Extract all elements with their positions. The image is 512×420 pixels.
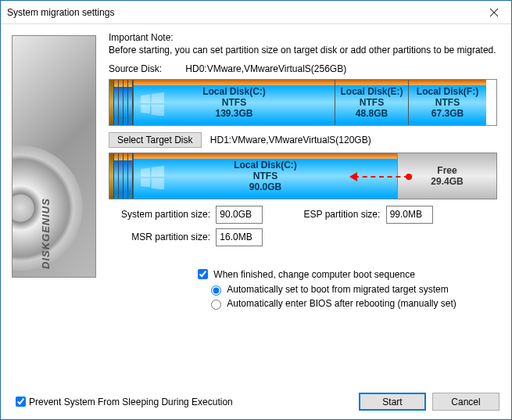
prevent-sleep-checkbox[interactable] — [16, 397, 26, 407]
start-button[interactable]: Start — [359, 393, 426, 411]
cancel-button[interactable]: Cancel — [432, 393, 499, 411]
system-partition-size-input[interactable] — [216, 206, 263, 224]
target-disk-bar[interactable]: Local Disk(C:)NTFS90.0GBFree29.4GB — [109, 153, 497, 199]
footer: Prevent System From Sleeping During Exec… — [0, 386, 512, 420]
window-title: System migration settings — [7, 7, 476, 18]
close-icon — [490, 9, 498, 16]
windows-icon — [138, 166, 166, 189]
target-disk-desc: HD1:VMware,VMwareVirtualS(120GB) — [210, 135, 371, 145]
boot-manual-radio[interactable] — [211, 300, 221, 310]
resize-arrow-icon[interactable] — [354, 174, 409, 180]
boot-manual-label[interactable]: Automatically enter BIOS after rebooting… — [227, 298, 456, 309]
change-boot-label[interactable]: When finished, change computer boot sequ… — [213, 268, 415, 279]
partition[interactable]: Local Disk(F:)NTFS67.3GB — [408, 80, 486, 125]
change-boot-checkbox[interactable] — [198, 269, 208, 279]
boot-auto-label[interactable]: Automatically set to boot from migrated … — [227, 284, 448, 295]
titlebar: System migration settings — [1, 1, 511, 24]
msr-partition-size-label: MSR partition size: — [109, 232, 210, 242]
partition[interactable]: Local Disk(C:)NTFS139.3GB — [133, 80, 335, 125]
esp-partition-size-label: ESP partition size: — [294, 209, 380, 220]
source-disk-label: Source Disk: — [109, 63, 183, 74]
disk-illustration: DISKGENIUS — [12, 35, 96, 278]
note-title: Important Note: — [109, 32, 497, 43]
source-disk-bar: Local Disk(C:)NTFS139.3GBLocal Disk(E:)N… — [109, 79, 497, 126]
sidebar: DISKGENIUS — [1, 24, 102, 419]
partition[interactable]: Local Disk(E:)NTFS48.8GB — [335, 80, 408, 125]
brand-label: DISKGENIUS — [40, 198, 52, 269]
select-target-disk-button[interactable]: Select Target Disk — [109, 132, 202, 148]
free-space[interactable]: Free29.4GB — [397, 153, 496, 199]
msr-partition-size-input[interactable] — [216, 228, 263, 246]
windows-icon — [138, 92, 166, 116]
boot-auto-radio[interactable] — [211, 285, 221, 296]
system-partition-size-label: System partition size: — [109, 209, 210, 220]
close-button[interactable] — [476, 1, 511, 23]
note-text: Before starting, you can set partition s… — [109, 45, 497, 57]
main-content: Important Note: Before starting, you can… — [102, 24, 511, 419]
prevent-sleep-label[interactable]: Prevent System From Sleeping During Exec… — [29, 397, 233, 407]
source-disk-desc: HD0:VMware,VMwareVirtualS(256GB) — [185, 63, 346, 74]
esp-partition-size-input[interactable] — [386, 206, 433, 224]
